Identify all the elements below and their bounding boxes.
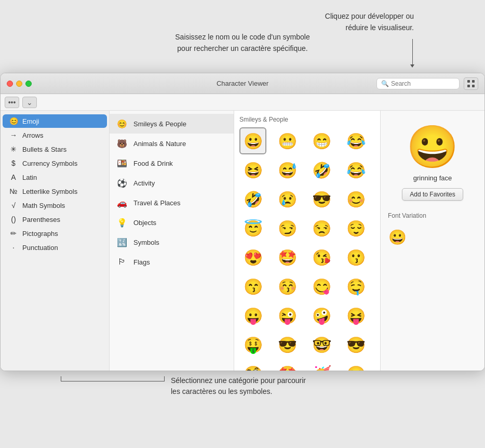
middle-label-flags: Flags xyxy=(133,258,150,266)
parentheses-icon: () xyxy=(9,215,18,223)
emoji-cell-7[interactable]: 😂 xyxy=(343,156,370,183)
toolbar: ••• ⌄ xyxy=(1,94,484,111)
top-annotations: Cliquez pour développer ou réduire le vi… xyxy=(61,10,424,73)
sidebar-label-punctuation: Punctuation xyxy=(22,244,58,252)
emoji-cell-9[interactable]: 😢 xyxy=(274,186,301,213)
svg-rect-0 xyxy=(467,80,470,83)
svg-rect-3 xyxy=(472,85,475,87)
middle-label-animals: Animals & Nature xyxy=(133,140,186,148)
detail-panel: 😀 grinning face Add to Favorites Font Va… xyxy=(381,111,484,371)
close-button[interactable] xyxy=(7,81,13,87)
emoji-cell-4[interactable]: 😆 xyxy=(239,156,266,183)
middle-item-activity[interactable]: ⚽Activity xyxy=(110,173,234,193)
emoji-cell-0[interactable]: 😀 xyxy=(239,127,266,154)
emoji-cell-3[interactable]: 😂 xyxy=(343,127,370,154)
emoji-icon: 😊 xyxy=(9,117,18,125)
emoji-cell-14[interactable]: 😒 xyxy=(308,215,335,242)
emoji-cell-19[interactable]: 😗 xyxy=(343,244,370,271)
emoji-cell-31[interactable]: 😎 xyxy=(343,331,370,358)
sidebar-item-bullets[interactable]: ✳Bullets & Stars xyxy=(3,142,107,156)
middle-label-smileys: Smileys & People xyxy=(133,120,186,128)
search-box[interactable]: 🔍 xyxy=(376,78,460,89)
sidebar-item-parentheses[interactable]: ()Parentheses xyxy=(3,213,107,226)
emoji-cell-21[interactable]: 😚 xyxy=(274,273,301,300)
middle-item-food[interactable]: 🍱Food & Drink xyxy=(110,153,234,173)
emoji-cell-1[interactable]: 😬 xyxy=(274,127,301,154)
more-options-button[interactable]: ••• xyxy=(5,97,19,108)
emoji-cell-24[interactable]: 😛 xyxy=(239,302,266,329)
emoji-cell-10[interactable]: 😎 xyxy=(308,186,335,213)
add-to-favorites-button[interactable]: Add to Favorites xyxy=(402,188,463,201)
emoji-cell-12[interactable]: 😇 xyxy=(239,215,266,242)
middle-label-objects: Objects xyxy=(133,219,156,227)
bottom-annotation: Sélectionnez une catégorie pour parcouri… xyxy=(61,375,424,397)
currency-icon: $ xyxy=(9,159,18,167)
traffic-lights xyxy=(7,81,32,87)
window-title: Character Viewer xyxy=(217,80,268,87)
middle-item-objects[interactable]: 💡Objects xyxy=(110,213,234,232)
emoji-cell-29[interactable]: 😎 xyxy=(274,331,301,358)
sidebar-item-emoji[interactable]: 😊Emoji xyxy=(3,114,107,128)
punctuation-icon: · xyxy=(9,243,18,252)
emoji-cell-28[interactable]: 🤑 xyxy=(239,331,266,358)
emoji-cell-26[interactable]: 🤪 xyxy=(308,302,335,329)
chevron-button[interactable]: ⌄ xyxy=(22,97,37,108)
emoji-cell-25[interactable]: 😜 xyxy=(274,302,301,329)
emoji-cell-34[interactable]: 🥳 xyxy=(308,360,335,371)
font-variation-grid: 😀 xyxy=(386,226,409,248)
font-variation-label: Font Variation xyxy=(386,212,426,219)
emoji-cell-22[interactable]: 😋 xyxy=(308,273,335,300)
emoji-cell-35[interactable]: 😏 xyxy=(343,360,370,371)
emoji-cell-6[interactable]: 🤣 xyxy=(308,156,335,183)
font-variation-item[interactable]: 😀 xyxy=(386,226,409,248)
emoji-panel: Smileys & People 😀😬😁😂😆😅🤣😂🤣😢😎😊😇😏😒😌😍🤩😘😗😙😚😋… xyxy=(234,111,381,371)
sidebar-label-pictographs: Pictographs xyxy=(22,230,58,238)
search-input[interactable] xyxy=(391,80,453,87)
sidebar-label-bullets: Bullets & Stars xyxy=(22,146,66,153)
emoji-cell-15[interactable]: 😌 xyxy=(343,215,370,242)
sidebar-label-emoji: Emoji xyxy=(22,117,39,125)
grid-toggle-button[interactable] xyxy=(464,77,478,90)
emoji-cell-18[interactable]: 😘 xyxy=(308,244,335,271)
objects-middle-icon: 💡 xyxy=(116,216,128,229)
middle-item-smileys[interactable]: 😊Smileys & People xyxy=(110,114,234,134)
sidebar-item-math[interactable]: √Math Symbols xyxy=(3,199,107,212)
emoji-cell-23[interactable]: 🤤 xyxy=(343,273,370,300)
sidebar-item-punctuation[interactable]: ·Punctuation xyxy=(3,241,107,254)
sidebar-item-latin[interactable]: ALatin xyxy=(3,170,107,184)
emoji-cell-32[interactable]: 🧐 xyxy=(239,360,266,371)
smileys-middle-icon: 😊 xyxy=(116,117,128,130)
math-icon: √ xyxy=(9,201,18,209)
sidebar-item-arrows[interactable]: →Arrows xyxy=(3,128,107,142)
emoji-cell-11[interactable]: 😊 xyxy=(343,186,370,213)
emoji-cell-27[interactable]: 😝 xyxy=(343,302,370,329)
emoji-cell-20[interactable]: 😙 xyxy=(239,273,266,300)
sidebar-item-letterlike[interactable]: №Letterlike Symbols xyxy=(3,185,107,198)
emoji-cell-5[interactable]: 😅 xyxy=(274,156,301,183)
sidebar-item-pictographs[interactable]: ✏Pictographs xyxy=(3,227,107,240)
sidebar-label-currency: Currency Symbols xyxy=(22,160,77,167)
middle-label-travel: Travel & Places xyxy=(133,199,181,207)
annotation-center: Saisissez le nom ou le code d'un symbole… xyxy=(175,31,309,55)
middle-item-animals[interactable]: 🐻Animals & Nature xyxy=(110,134,234,153)
search-icon: 🔍 xyxy=(381,80,389,87)
annotation-bottom: Sélectionnez une catégorie pour parcouri… xyxy=(171,375,306,397)
emoji-cell-33[interactable]: 🤩 xyxy=(274,360,301,371)
minimize-button[interactable] xyxy=(16,81,22,87)
sidebar-label-math: Math Symbols xyxy=(22,202,65,209)
middle-item-flags[interactable]: 🏳Flags xyxy=(110,252,234,272)
emoji-cell-13[interactable]: 😏 xyxy=(274,215,301,242)
character-viewer-window: Character Viewer 🔍 ••• ⌄ xyxy=(0,73,485,371)
arrows-icon: → xyxy=(9,131,18,139)
middle-item-travel[interactable]: 🚗Travel & Places xyxy=(110,193,234,213)
maximize-button[interactable] xyxy=(25,81,32,87)
sidebar-item-currency[interactable]: $Currency Symbols xyxy=(3,156,107,170)
emoji-cell-30[interactable]: 🤓 xyxy=(308,331,335,358)
symbols-middle-icon: 🔣 xyxy=(116,236,128,248)
emoji-cell-17[interactable]: 🤩 xyxy=(274,244,301,271)
emoji-cell-2[interactable]: 😁 xyxy=(308,127,335,154)
emoji-cell-8[interactable]: 🤣 xyxy=(239,186,266,213)
middle-item-symbols[interactable]: 🔣Symbols xyxy=(110,232,234,252)
detail-emoji-large[interactable]: 😀 xyxy=(407,126,459,168)
emoji-cell-16[interactable]: 😍 xyxy=(239,244,266,271)
